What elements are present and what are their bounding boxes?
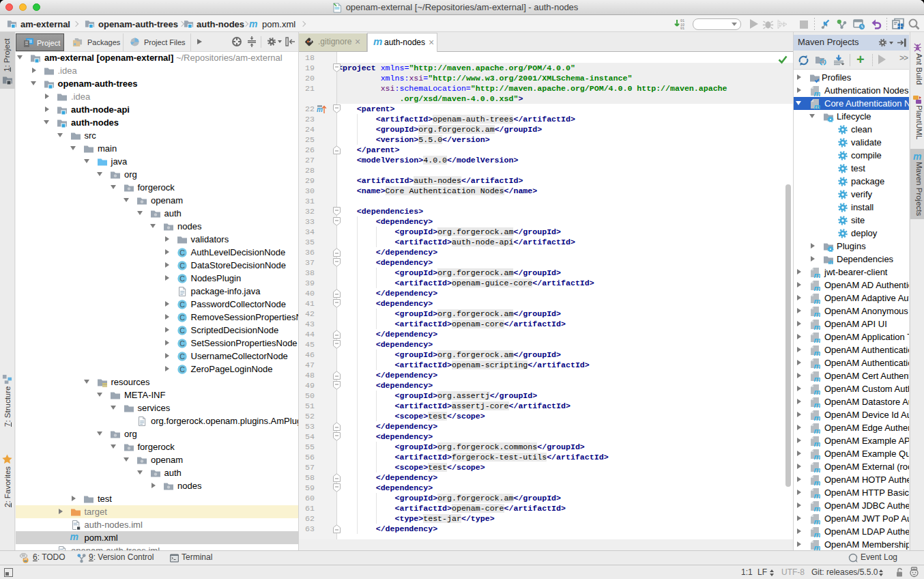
svg-text:01: 01 — [680, 27, 684, 30]
